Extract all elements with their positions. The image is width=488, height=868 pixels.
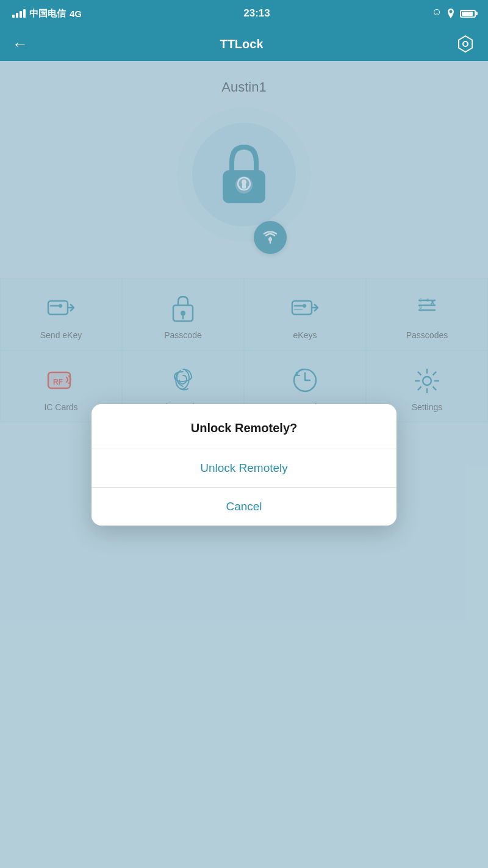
back-button[interactable]: ←	[12, 35, 28, 54]
svg-marker-0	[459, 36, 472, 52]
page-title: TTLock	[220, 37, 263, 51]
time-label: 23:13	[243, 7, 270, 20]
modal-overlay: Unlock Remotely? Unlock Remotely Cancel	[0, 61, 488, 868]
settings-hex-button[interactable]	[455, 34, 476, 54]
nav-bar: ← TTLock	[0, 27, 488, 61]
orientation-lock-icon	[432, 9, 442, 18]
status-left: 中国电信 4G	[12, 8, 82, 20]
battery-icon	[460, 10, 476, 18]
signal-icon	[12, 9, 26, 18]
network-label: 4G	[70, 9, 82, 19]
unlock-remotely-button[interactable]: Unlock Remotely	[92, 449, 396, 488]
main-content: Austin1	[0, 61, 488, 868]
modal-dialog: Unlock Remotely? Unlock Remotely Cancel	[92, 404, 396, 526]
modal-title: Unlock Remotely?	[92, 404, 396, 449]
cancel-button[interactable]: Cancel	[92, 488, 396, 526]
carrier-label: 中国电信	[29, 8, 66, 20]
status-bar: 中国电信 4G 23:13	[0, 0, 488, 27]
location-icon	[447, 9, 455, 18]
status-right	[432, 9, 476, 18]
svg-point-1	[463, 42, 468, 46]
